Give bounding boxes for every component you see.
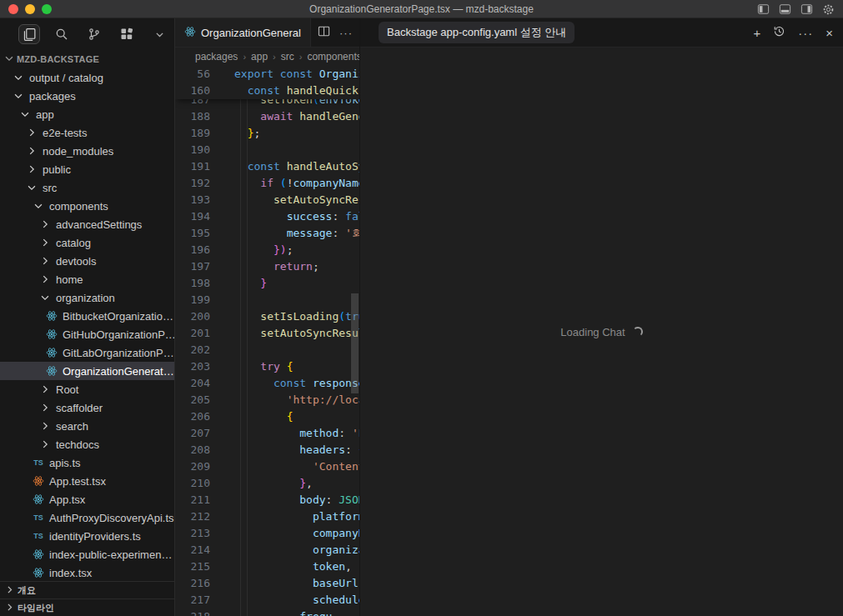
search-icon[interactable] [51,24,73,44]
breadcrumb-separator: › [273,52,276,62]
tree-item[interactable]: index.tsx [0,563,174,579]
line-number: 218 [175,608,210,616]
code-text: method: 'P [234,425,359,442]
tree-item[interactable]: BitbucketOrganizatio… [0,307,174,325]
code-line: 194 success: false [175,208,359,225]
line-number: 206 [175,408,210,425]
chevron-right-icon [38,419,52,433]
code-area[interactable]: 187 setToken(envToken188 await handleGen… [175,66,359,616]
tab-label: OrganizationGeneral [201,27,301,39]
tree-item[interactable]: node_modules [0,142,174,160]
breadcrumb-item-components[interactable]: components [307,51,359,63]
line-number: 213 [175,525,210,542]
views-chevron-icon[interactable] [148,24,170,44]
history-icon[interactable] [773,25,785,41]
tree-item[interactable]: GitLabOrganizationP… [0,343,174,362]
timeline-section[interactable]: 타임라인 [0,598,174,616]
tree-item[interactable]: output / catalog [0,68,174,87]
code-line: 206 { [175,408,359,425]
explorer-icon[interactable] [18,24,40,44]
tree-item[interactable]: catalog [0,233,174,252]
tree-item-label: src [43,182,57,194]
code-text: platform [234,508,359,525]
tree-item-selected[interactable]: OrganizationGenerat… [0,362,174,380]
tree-item[interactable]: organization [0,288,174,307]
tree-item[interactable]: packages [0,87,174,105]
chevron-right-icon [38,438,52,451]
tree-item-label: identityProviders.ts [49,530,141,543]
tree-item[interactable]: TSAuthProxyDiscoveryApi.ts [0,508,174,527]
code-line[interactable]: 160 const handleQuick [175,83,359,99]
outline-section[interactable]: 개요 [0,581,174,598]
chevron-right-icon [38,254,52,268]
chevron-down-icon [12,89,25,103]
settings-gear-icon[interactable] [822,3,835,16]
code-text: setIsLoading(true [234,308,359,325]
toggle-panel-left-icon[interactable] [757,3,770,15]
tree-item[interactable]: App.tsx [0,490,174,508]
tree-item[interactable]: TSapis.ts [0,453,174,472]
scrollbar-thumb[interactable] [351,293,359,393]
tree-item[interactable]: TSidentityProviders.ts [0,527,174,545]
react-icon [32,474,45,488]
code-line: 195 message: '회사 [175,225,359,242]
tree-item[interactable]: e2e-tests [0,123,174,142]
code-text: if (!companyName [234,175,359,192]
tree-item-label: organization [56,292,115,304]
code-text: } [234,275,359,292]
tree-item[interactable]: GitHubOrganizationP… [0,325,174,343]
split-editor-icon[interactable] [318,25,330,41]
chat-header: Backstage app-config.yaml 설정 안내 + ··· × [360,18,843,48]
source-control-icon[interactable] [83,24,105,44]
tree-item[interactable]: Root [0,380,174,398]
tree-item[interactable]: index-public-experimen… [0,545,174,563]
chat-close-icon[interactable]: × [825,27,833,39]
timeline-section-label: 타임라인 [18,602,54,614]
tree-item[interactable]: home [0,270,174,288]
line-number: 199 [175,292,210,308]
tree-item[interactable]: advancedSettings [0,215,174,233]
chevron-down-icon [3,53,15,66]
editor-group: OrganizationGeneral ··· packages › app ›… [175,18,359,616]
breadcrumb-separator: › [299,52,303,62]
toggle-panel-bottom-icon[interactable] [779,3,791,15]
chat-more-icon[interactable]: ··· [798,27,813,39]
tree-item[interactable]: techdocs [0,435,174,453]
workspace-header[interactable]: MZD-BACKSTAGE [0,50,174,68]
breadcrumb-separator: › [243,52,246,62]
react-icon [45,346,58,359]
tree-item[interactable]: app [0,105,174,123]
editor-tab[interactable]: OrganizationGeneral [175,18,311,47]
chevron-right-icon [38,383,52,396]
code-line: 188 await handleGener [175,108,359,125]
breadcrumb-item-packages[interactable]: packages [195,51,238,63]
breadcrumb-item-src[interactable]: src [281,51,294,63]
code-line[interactable]: 56export const Organizat [175,66,359,83]
tree-item[interactable]: src [0,178,174,197]
code-text: setAutoSyncRes [234,192,359,208]
tree-item-label: apis.ts [49,457,81,469]
tree-item-label: public [43,163,71,176]
code-line: 205 'http://local [175,392,359,408]
code-text: const handleQuick [234,83,359,99]
tree-item[interactable]: public [0,160,174,178]
tree-item-label: App.tsx [49,493,85,506]
chat-title[interactable]: Backstage app-config.yaml 설정 안내 [379,22,575,43]
ts-icon: TS [32,456,45,469]
chevron-right-icon [25,163,38,176]
toggle-panel-right-icon[interactable] [800,3,813,15]
more-actions-icon[interactable]: ··· [339,28,353,38]
tree-item[interactable]: components [0,197,174,215]
tree-item[interactable]: devtools [0,252,174,270]
code-text: await handleGener [234,108,359,125]
breadcrumb-item-app[interactable]: app [251,51,268,63]
tree-item[interactable]: App.test.tsx [0,472,174,490]
tree-item[interactable]: search [0,417,174,435]
code-text: 'http://local [234,392,359,408]
tree-item-label: app [36,108,54,121]
new-chat-icon[interactable]: + [753,27,760,39]
chevron-right-icon [4,584,15,597]
code-line: 192 if (!companyName [175,175,359,192]
tree-item[interactable]: scaffolder [0,398,174,417]
extensions-icon[interactable] [116,24,138,44]
